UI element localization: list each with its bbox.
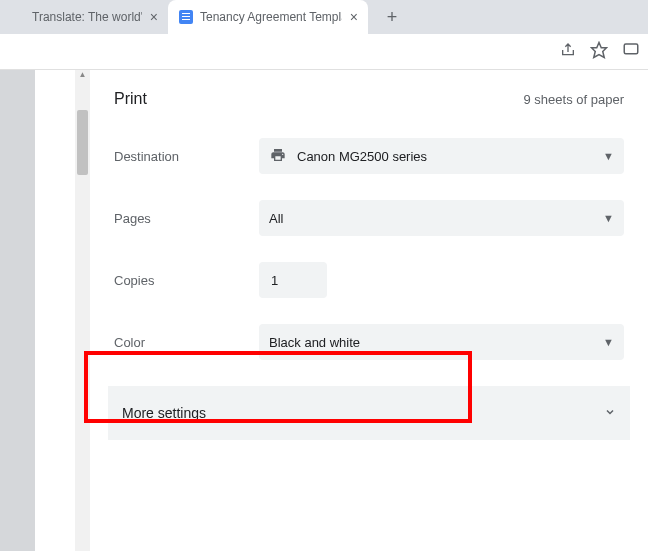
tab-title: Translate: The world's mo: [32, 10, 142, 24]
destination-dropdown[interactable]: Canon MG2500 series ▼: [259, 138, 624, 174]
chevron-down-icon: [604, 405, 616, 421]
comment-icon[interactable]: [622, 41, 640, 63]
more-settings-label: More settings: [122, 405, 206, 421]
printer-icon: [269, 147, 287, 166]
share-icon[interactable]: [560, 42, 576, 62]
scroll-thumb[interactable]: [77, 110, 88, 175]
copies-input[interactable]: [259, 262, 327, 298]
print-title: Print: [114, 90, 147, 108]
browser-tabs: Translate: The world's mo × Tenancy Agre…: [0, 0, 648, 34]
google-docs-icon: [178, 9, 194, 25]
pages-label: Pages: [114, 211, 259, 226]
sheets-count: 9 sheets of paper: [524, 92, 624, 107]
chevron-down-icon: ▼: [603, 336, 614, 348]
tab-document[interactable]: Tenancy Agreement Template.do ×: [168, 0, 368, 34]
page-preview: [35, 70, 75, 551]
destination-value: Canon MG2500 series: [297, 149, 427, 164]
print-dialog: Print 9 sheets of paper Destination Cano…: [90, 70, 648, 551]
star-icon[interactable]: [590, 41, 608, 63]
scrollbar[interactable]: ▲: [75, 70, 90, 551]
copies-label: Copies: [114, 273, 259, 288]
more-settings-toggle[interactable]: More settings: [108, 386, 630, 440]
svg-rect-1: [624, 44, 638, 54]
chevron-down-icon: ▼: [603, 150, 614, 162]
pages-value: All: [269, 211, 283, 226]
chevron-down-icon: ▼: [603, 212, 614, 224]
svg-marker-0: [592, 42, 607, 57]
document-preview: [0, 70, 75, 551]
color-value: Black and white: [269, 335, 360, 350]
close-icon[interactable]: ×: [348, 7, 360, 27]
tab-translate[interactable]: Translate: The world's mo ×: [0, 0, 168, 34]
close-icon[interactable]: ×: [148, 7, 160, 27]
browser-toolbar: [0, 34, 648, 70]
tab-title: Tenancy Agreement Template.do: [200, 10, 342, 24]
scroll-up-icon[interactable]: ▲: [75, 70, 90, 79]
color-label: Color: [114, 335, 259, 350]
pages-dropdown[interactable]: All ▼: [259, 200, 624, 236]
globe-icon: [10, 9, 26, 25]
destination-label: Destination: [114, 149, 259, 164]
color-dropdown[interactable]: Black and white ▼: [259, 324, 624, 360]
new-tab-button[interactable]: +: [378, 3, 406, 31]
